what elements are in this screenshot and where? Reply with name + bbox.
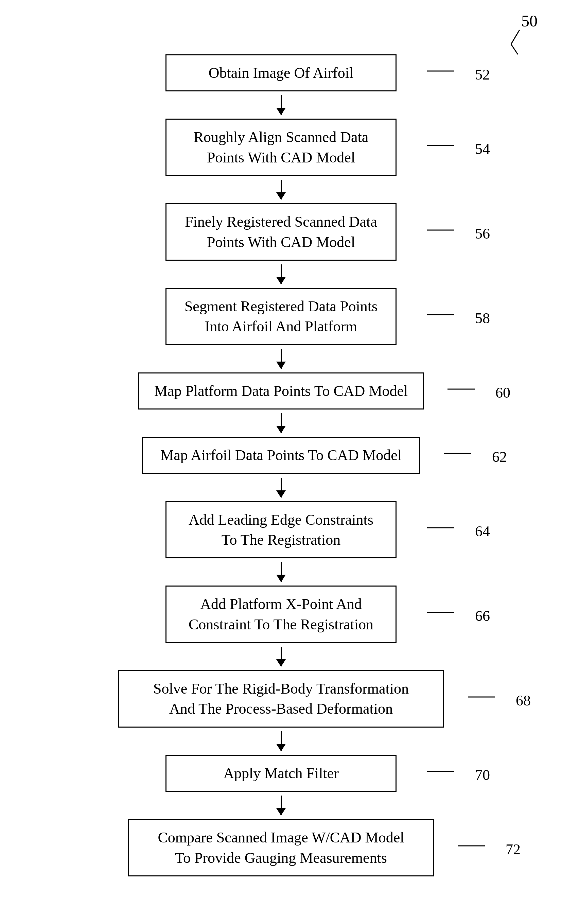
label-line-72 — [458, 837, 505, 854]
step-row-56: Finely Registered Scanned Data Points Wi… — [0, 203, 562, 261]
step-row-70: Apply Match Filter 70 — [0, 755, 562, 792]
step-row-60: Map Platform Data Points To CAD Model 60 — [0, 372, 562, 410]
step-label-64: 64 — [427, 519, 490, 540]
step-label-66: 66 — [427, 604, 490, 625]
arrow-4 — [0, 345, 562, 372]
label-line-66 — [427, 604, 475, 621]
arrow-10 — [0, 792, 562, 819]
step-label-60: 60 — [448, 381, 510, 401]
step-text-72: Compare Scanned Image W/CAD Model To Pro… — [158, 829, 404, 866]
label-line-58 — [427, 306, 475, 323]
step-box-72: Compare Scanned Image W/CAD Model To Pro… — [128, 819, 434, 876]
arrow-shaft-4 — [281, 349, 282, 369]
label-line-54 — [427, 137, 475, 154]
label-line-68 — [468, 688, 516, 705]
step-text-52: Obtain Image Of Airfoil — [208, 64, 354, 81]
step-row-52: Obtain Image Of Airfoil 52 — [0, 54, 562, 92]
step-text-54: Roughly Align Scanned Data Points With C… — [194, 129, 369, 165]
step-label-68: 68 — [468, 688, 531, 709]
arrow-1 — [0, 92, 562, 118]
arrow-shaft-1 — [281, 95, 282, 115]
arrow-shaft-8 — [281, 647, 282, 666]
step-box-70: Apply Match Filter — [165, 755, 397, 792]
label-line-70 — [427, 763, 475, 780]
label-line-62 — [444, 445, 492, 462]
label-line-52 — [427, 63, 475, 80]
arrow-shaft-3 — [281, 264, 282, 284]
step-row-64: Add Leading Edge Constraints To The Regi… — [0, 501, 562, 559]
step-text-70: Apply Match Filter — [223, 765, 339, 782]
step-box-68: Solve For The Rigid-Body Transformation … — [118, 670, 444, 728]
step-text-60: Map Platform Data Points To CAD Model — [154, 382, 408, 399]
step-box-64: Add Leading Edge Constraints To The Regi… — [165, 501, 397, 559]
step-box-60: Map Platform Data Points To CAD Model — [138, 372, 424, 410]
arrow-shaft-7 — [281, 562, 282, 582]
step-box-54: Roughly Align Scanned Data Points With C… — [165, 118, 397, 176]
flow-column: Obtain Image Of Airfoil 52 Roughly Align… — [0, 20, 562, 876]
step-row-68: Solve For The Rigid-Body Transformation … — [0, 670, 562, 728]
step-box-56: Finely Registered Scanned Data Points Wi… — [165, 203, 397, 261]
arrow-shaft-10 — [281, 795, 282, 815]
arrow-3 — [0, 261, 562, 288]
step-box-66: Add Platform X-Point And Constraint To T… — [165, 585, 397, 643]
svg-line-1 — [511, 30, 520, 44]
step-row-58: Segment Registered Data Points Into Airf… — [0, 288, 562, 345]
step-label-72: 72 — [458, 837, 520, 858]
step-label-58: 58 — [427, 306, 490, 327]
step-box-58: Segment Registered Data Points Into Airf… — [165, 288, 397, 345]
arrow-shaft-5 — [281, 413, 282, 433]
step-row-54: Roughly Align Scanned Data Points With C… — [0, 118, 562, 176]
label-line-60 — [448, 381, 495, 398]
arrow-shaft-2 — [281, 180, 282, 200]
step-text-68: Solve For The Rigid-Body Transformation … — [153, 680, 409, 717]
svg-text:50: 50 — [521, 12, 538, 30]
step-label-54: 54 — [427, 137, 490, 158]
step-text-66: Add Platform X-Point And Constraint To T… — [189, 596, 373, 632]
step-label-62: 62 — [444, 445, 507, 466]
step-row-72: Compare Scanned Image W/CAD Model To Pro… — [0, 819, 562, 876]
step-box-62: Map Airfoil Data Points To CAD Model — [142, 436, 420, 474]
step-row-66: Add Platform X-Point And Constraint To T… — [0, 585, 562, 643]
arrow-shaft-9 — [281, 731, 282, 751]
step-label-56: 56 — [427, 222, 490, 242]
step-label-70: 70 — [427, 763, 490, 784]
step-box-52: Obtain Image Of Airfoil — [165, 54, 397, 92]
arrow-2 — [0, 176, 562, 203]
diagram-container: 50 Obtain Image Of Airfoil 52 Roughly Al… — [0, 0, 562, 924]
step-row-62: Map Airfoil Data Points To CAD Model 62 — [0, 436, 562, 474]
arrow-9 — [0, 728, 562, 755]
arrow-6 — [0, 474, 562, 501]
step-text-62: Map Airfoil Data Points To CAD Model — [160, 447, 402, 464]
step-text-64: Add Leading Edge Constraints To The Regi… — [189, 512, 373, 548]
step-text-58: Segment Registered Data Points Into Airf… — [184, 298, 378, 335]
label-line-56 — [427, 222, 475, 238]
svg-line-2 — [511, 44, 518, 54]
step-label-52: 52 — [427, 63, 490, 83]
arrow-8 — [0, 643, 562, 670]
label-line-64 — [427, 519, 475, 536]
arrow-5 — [0, 410, 562, 436]
arrow-shaft-6 — [281, 478, 282, 498]
step-text-56: Finely Registered Scanned Data Points Wi… — [185, 213, 377, 250]
arrow-7 — [0, 558, 562, 585]
